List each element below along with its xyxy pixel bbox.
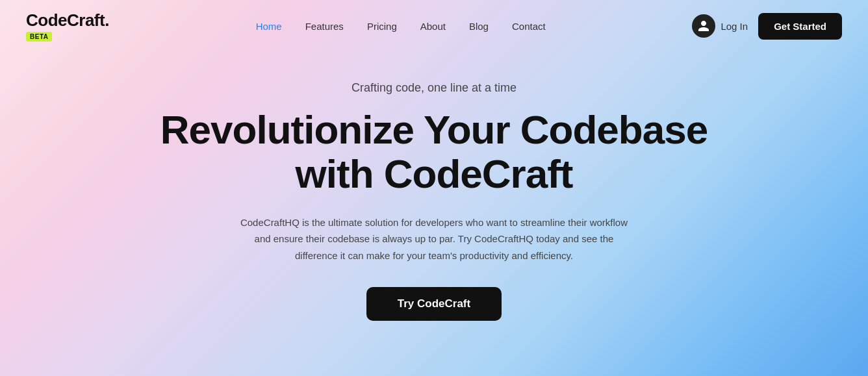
nav-link-contact[interactable]: Contact <box>512 21 546 32</box>
try-codecraft-button[interactable]: Try CodeCraft <box>366 287 502 321</box>
nav-link-blog[interactable]: Blog <box>469 21 489 32</box>
nav-link-features[interactable]: Features <box>305 21 344 32</box>
nav-link-pricing[interactable]: Pricing <box>367 21 397 32</box>
person-icon <box>697 19 710 32</box>
navbar-right: Log In Get Started <box>692 13 842 40</box>
hero-section: Crafting code, one line at a time Revolu… <box>0 52 868 376</box>
hero-tagline: Crafting code, one line at a time <box>351 81 517 95</box>
login-area[interactable]: Log In <box>692 14 748 38</box>
logo: CodeCraft. <box>26 10 109 31</box>
hero-headline: Revolutionize Your Codebase with CodeCra… <box>158 108 710 196</box>
nav-link-about[interactable]: About <box>420 21 446 32</box>
user-icon <box>692 14 715 38</box>
hero-description: CodeCraftHQ is the ultimate solution for… <box>239 214 629 264</box>
nav-link-home[interactable]: Home <box>256 21 282 32</box>
navbar-logo-area: CodeCraft. BETA <box>26 10 109 42</box>
page-wrapper: CodeCraft. BETA Home Features Pricing Ab… <box>0 0 868 376</box>
beta-badge: BETA <box>26 32 52 42</box>
navbar: CodeCraft. BETA Home Features Pricing Ab… <box>0 0 868 52</box>
get-started-button[interactable]: Get Started <box>758 13 842 40</box>
navbar-center: Home Features Pricing About Blog Contact <box>256 21 546 32</box>
login-label: Log In <box>721 21 748 32</box>
